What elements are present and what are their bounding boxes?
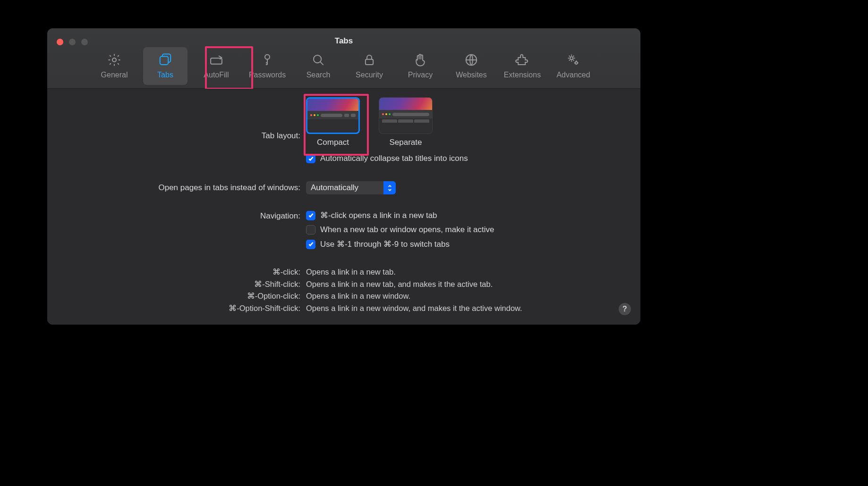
select-value: Automatically — [306, 183, 383, 193]
help-key: ⌘-Shift-click: — [47, 278, 306, 291]
checkbox-label: Automatically collapse tab titles into i… — [320, 154, 468, 163]
layout-thumbnail-separate — [379, 97, 433, 134]
globe-icon — [464, 51, 478, 69]
toolbar-tabs: General Tabs AutoFill Pass — [47, 47, 640, 85]
tab-passwords[interactable]: Passwords — [245, 47, 289, 85]
layout-option-compact[interactable]: Compact — [306, 97, 360, 147]
label-tab-layout: Tab layout: — [47, 97, 306, 141]
search-icon — [311, 51, 325, 69]
layout-thumbnail-compact — [306, 97, 360, 134]
svg-rect-1 — [160, 57, 169, 65]
checkbox-indicator — [306, 154, 315, 163]
titlebar: Tabs General Tabs AutoFill — [47, 28, 640, 89]
select-open-pages[interactable]: Automatically — [306, 181, 396, 194]
tab-label: Websites — [456, 71, 487, 79]
svg-point-7 — [570, 57, 573, 59]
layout-option-separate[interactable]: Separate — [379, 97, 433, 147]
tab-search[interactable]: Search — [296, 47, 340, 85]
label-open-pages: Open pages in tabs instead of windows: — [47, 183, 306, 193]
checkbox-indicator — [306, 211, 315, 220]
tab-label: Privacy — [408, 71, 433, 79]
select-stepper-icon — [383, 181, 396, 194]
label-navigation: Navigation: — [47, 210, 306, 221]
tab-label: Search — [306, 71, 331, 79]
pencil-box-icon — [209, 51, 223, 69]
lock-icon — [362, 51, 376, 69]
help-value: Opens a link in a new tab, and makes it … — [306, 278, 640, 291]
checkbox-make-active[interactable]: When a new tab or window opens, make it … — [306, 225, 494, 235]
help-key: ⌘-Option-click: — [47, 290, 306, 302]
tab-extensions[interactable]: Extensions — [500, 47, 545, 85]
help-value: Opens a link in a new window, and makes … — [306, 302, 640, 315]
help-value: Opens a link in a new window. — [306, 290, 640, 302]
checkbox-auto-collapse[interactable]: Automatically collapse tab titles into i… — [306, 154, 468, 163]
tab-label: Extensions — [504, 71, 541, 79]
checkbox-label: ⌘-click opens a link in a new tab — [320, 210, 437, 220]
preferences-window: Tabs General Tabs AutoFill — [47, 28, 640, 325]
checkbox-label: When a new tab or window opens, make it … — [320, 225, 494, 235]
layout-option-label: Separate — [390, 138, 422, 147]
help-row: ⌘-Option-click: Opens a link in a new wi… — [47, 290, 640, 302]
tab-label: Tabs — [157, 71, 173, 79]
tabs-icon — [158, 51, 172, 69]
key-icon — [260, 51, 274, 69]
tab-general[interactable]: General — [92, 47, 136, 85]
window-title: Tabs — [47, 36, 640, 46]
tab-autofill[interactable]: AutoFill — [194, 47, 238, 85]
tab-tabs[interactable]: Tabs — [143, 47, 187, 85]
prefs-content: Tab layout: Compact — [47, 89, 640, 325]
svg-point-8 — [575, 62, 578, 64]
help-key: ⌘-click: — [47, 266, 306, 278]
checkbox-indicator — [306, 240, 315, 249]
checkbox-label: Use ⌘-1 through ⌘-9 to switch tabs — [320, 239, 450, 249]
help-button[interactable]: ? — [619, 303, 631, 315]
tab-label: Security — [356, 71, 383, 79]
puzzle-icon — [515, 51, 529, 69]
tab-label: AutoFill — [204, 71, 229, 79]
svg-point-0 — [112, 58, 116, 62]
gears-icon — [566, 51, 580, 69]
help-value: Opens a link in a new tab. — [306, 266, 640, 278]
tab-advanced[interactable]: Advanced — [551, 47, 596, 85]
help-row: ⌘-click: Opens a link in a new tab. — [47, 266, 640, 278]
help-row: ⌘-Shift-click: Opens a link in a new tab… — [47, 278, 640, 291]
tab-label: Passwords — [249, 71, 286, 79]
shortcut-help: ⌘-click: Opens a link in a new tab. ⌘-Sh… — [47, 266, 640, 314]
tab-websites[interactable]: Websites — [449, 47, 494, 85]
checkbox-indicator — [306, 225, 315, 235]
checkbox-cmd-number-switch[interactable]: Use ⌘-1 through ⌘-9 to switch tabs — [306, 239, 494, 249]
tab-label: Advanced — [556, 71, 590, 79]
layout-option-label: Compact — [317, 138, 349, 147]
tab-security[interactable]: Security — [347, 47, 391, 85]
svg-point-4 — [314, 55, 321, 63]
help-key: ⌘-Option-Shift-click: — [47, 302, 306, 315]
svg-point-3 — [265, 55, 270, 59]
gear-icon — [107, 51, 121, 69]
checkbox-cmd-click[interactable]: ⌘-click opens a link in a new tab — [306, 210, 494, 220]
svg-rect-5 — [366, 59, 373, 65]
tab-label: General — [101, 71, 128, 79]
hand-icon — [413, 51, 427, 69]
tab-privacy[interactable]: Privacy — [398, 47, 443, 85]
help-row: ⌘-Option-Shift-click: Opens a link in a … — [47, 302, 640, 315]
